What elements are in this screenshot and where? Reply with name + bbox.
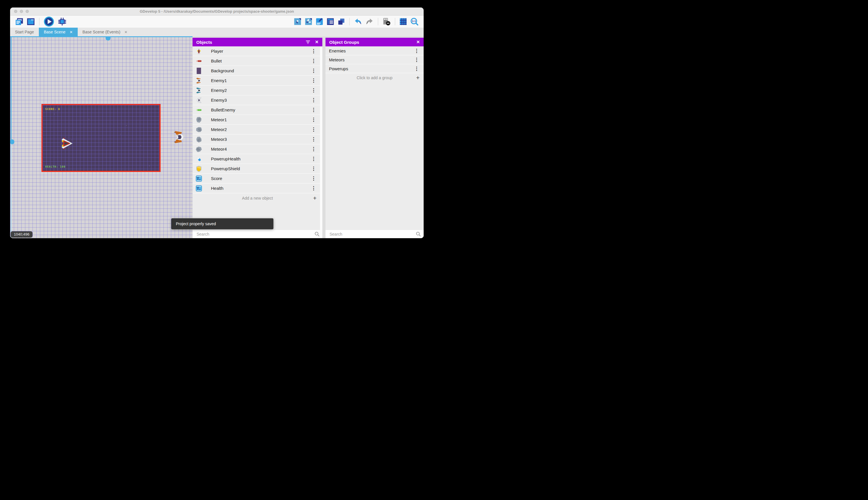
close-icon[interactable]: ✕ — [315, 39, 319, 45]
group-row-meteors[interactable]: Meteors⋮ — [326, 55, 424, 64]
objects-scrollbar-gutter[interactable] — [320, 46, 322, 238]
object-menu-icon[interactable]: ⋮ — [311, 186, 316, 191]
object-group-icon[interactable] — [305, 17, 313, 26]
object-menu-icon[interactable]: ⋮ — [311, 98, 316, 103]
groups-search-input[interactable] — [326, 232, 424, 237]
object-name: Meteor2 — [211, 127, 227, 132]
group-menu-icon[interactable]: ⋮ — [414, 48, 419, 53]
background-icon — [196, 67, 202, 74]
tab-label: Base Scene (Events) — [83, 30, 120, 34]
object-row-health[interactable]: TxHealth⋮ — [192, 183, 322, 193]
object-menu-icon[interactable]: ⋮ — [311, 78, 316, 83]
player-ship-instance[interactable] — [60, 137, 73, 151]
text-icon: Tx — [196, 185, 202, 192]
grid-icon[interactable] — [399, 17, 407, 26]
plus-icon[interactable]: + — [313, 195, 317, 202]
object-row-bulletenemy[interactable]: BulletEnemy⋮ — [192, 105, 322, 115]
object-menu-icon[interactable]: ⋮ — [311, 58, 316, 64]
add-group-row[interactable]: Click to add a group + — [326, 73, 424, 82]
svg-text:x: x — [199, 178, 201, 181]
object-name: Meteor4 — [211, 147, 227, 151]
plus-icon[interactable]: + — [416, 74, 420, 81]
toolbar-separator — [395, 18, 395, 25]
tab-start-page[interactable]: Start Page — [10, 28, 39, 36]
tab-base-scene-events[interactable]: Base Scene (Events)✕ — [78, 28, 132, 36]
object-row-score[interactable]: TxScore⋮ — [192, 174, 322, 183]
undo-icon[interactable] — [354, 17, 362, 26]
objects-panel-title: Objects — [196, 40, 301, 45]
object-row-meteor4[interactable]: Meteor4⋮ — [192, 144, 322, 154]
object-row-meteor3[interactable]: Meteor3⋮ — [192, 135, 322, 144]
content-area: SCORE: 0 HEALTH: 100 1040;496 Objects — [10, 36, 424, 238]
horizontal-scrollbar-thumb[interactable] — [106, 37, 110, 41]
object-row-meteor2[interactable]: Meteor2⋮ — [192, 125, 322, 135]
group-menu-icon[interactable]: ⋮ — [414, 66, 419, 71]
objects-search-input[interactable] — [192, 232, 322, 237]
scene-canvas[interactable]: SCORE: 0 HEALTH: 100 1040;496 — [10, 36, 192, 238]
zoom-1-1-icon[interactable]: 1:1 — [410, 17, 419, 26]
object-menu-icon[interactable]: ⋮ — [311, 137, 316, 142]
object-menu-icon[interactable]: ⋮ — [311, 88, 316, 93]
toast-message: Project properly saved — [176, 221, 216, 226]
group-row-enemies[interactable]: Enemies⋮ — [326, 46, 424, 55]
object-row-meteor1[interactable]: Meteor1⋮ — [192, 115, 322, 125]
horizontal-scrollbar[interactable] — [10, 36, 192, 37]
object-row-powerupshield[interactable]: PowerupShield⋮ — [192, 164, 322, 174]
render-options-icon[interactable] — [382, 17, 391, 26]
object-name: BulletEnemy — [211, 107, 235, 112]
objects-search-bar — [192, 229, 322, 238]
object-row-player[interactable]: Player⋮ — [192, 46, 322, 56]
health-text-instance[interactable]: HEALTH: 100 — [45, 165, 66, 168]
filter-icon[interactable] — [306, 40, 310, 44]
object-name: Background — [211, 68, 234, 73]
object-menu-icon[interactable]: ⋮ — [311, 68, 316, 73]
object-menu-icon[interactable]: ⋮ — [311, 117, 316, 122]
object-menu-icon[interactable]: ⋮ — [311, 147, 316, 151]
object-row-enemy3[interactable]: Enemy3⋮ — [192, 95, 322, 105]
object-row-poweruphealth[interactable]: PowerupHealth⋮ — [192, 154, 322, 164]
object-icon[interactable] — [294, 17, 302, 26]
object-menu-icon[interactable]: ⋮ — [311, 176, 316, 181]
group-menu-icon[interactable]: ⋮ — [414, 57, 419, 62]
vertical-scrollbar[interactable] — [11, 36, 12, 142]
redo-icon[interactable] — [365, 17, 374, 26]
tab-base-scene[interactable]: Base Scene✕ — [39, 28, 78, 36]
add-object-row[interactable]: Add a new object + — [192, 193, 322, 203]
group-row-powerups[interactable]: Powerups⋮ — [326, 64, 424, 73]
object-row-background[interactable]: Background⋮ — [192, 66, 322, 76]
edit-properties-icon[interactable] — [315, 17, 324, 26]
group-name: Meteors — [329, 57, 344, 62]
project-manager-icon[interactable] — [15, 17, 24, 26]
object-menu-icon[interactable]: ⋮ — [311, 127, 316, 132]
play-icon[interactable] — [44, 17, 55, 26]
vertical-scrollbar-thumb[interactable] — [10, 139, 14, 144]
object-menu-icon[interactable]: ⋮ — [311, 107, 316, 112]
instances-list-icon[interactable] — [326, 17, 335, 26]
toolbar-right-group: 1:1 — [292, 17, 420, 26]
object-row-enemy1[interactable]: Enemy1⋮ — [192, 76, 322, 86]
close-window-button[interactable] — [14, 10, 17, 13]
svg-text:x: x — [199, 188, 201, 191]
enemy-ship-instance[interactable] — [173, 130, 185, 145]
object-row-bullet[interactable]: Bullet⋮ — [192, 56, 322, 66]
tab-close-icon[interactable]: ✕ — [70, 30, 73, 34]
object-menu-icon[interactable]: ⋮ — [311, 166, 316, 171]
powerup-shield-icon — [196, 165, 202, 172]
player-icon — [196, 48, 202, 55]
close-icon[interactable]: ✕ — [416, 39, 420, 45]
object-groups-panel: Object Groups ✕ Enemies⋮Meteors⋮Powerups… — [326, 38, 424, 238]
layers-icon[interactable] — [337, 17, 345, 26]
score-text-instance[interactable]: SCORE: 0 — [45, 108, 60, 111]
object-menu-icon[interactable]: ⋮ — [311, 156, 316, 161]
scene-properties-icon[interactable] — [26, 17, 35, 26]
maximize-window-button[interactable] — [26, 10, 29, 13]
minimize-window-button[interactable] — [20, 10, 23, 13]
debug-icon[interactable] — [57, 17, 67, 26]
object-row-enemy2[interactable]: Enemy2⋮ — [192, 86, 322, 95]
object-menu-icon[interactable]: ⋮ — [311, 49, 316, 54]
object-name: Enemy2 — [211, 88, 227, 93]
bullet-enemy-icon — [196, 106, 202, 113]
vertical-scrollbar-track[interactable] — [11, 142, 12, 238]
groups-list: Enemies⋮Meteors⋮Powerups⋮ — [326, 46, 424, 73]
tab-close-icon[interactable]: ✕ — [124, 30, 128, 34]
